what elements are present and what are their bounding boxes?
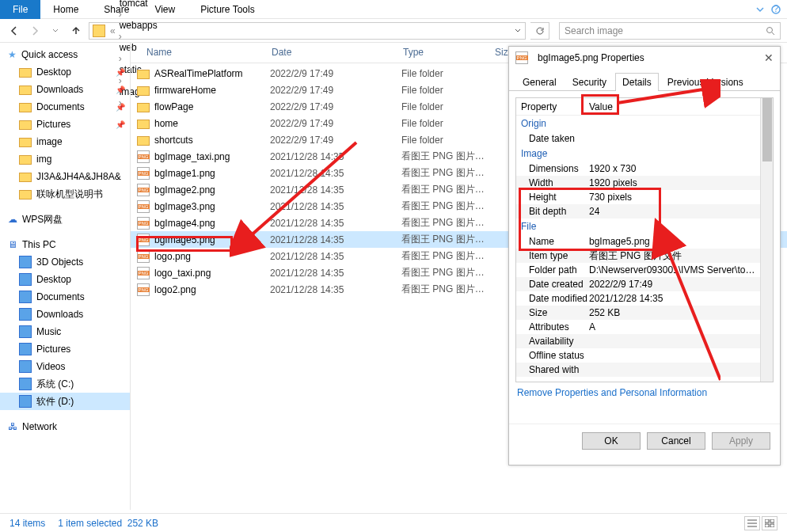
forward-button[interactable] <box>27 23 43 39</box>
chevron-right-icon: › <box>117 31 124 42</box>
sidebar-quick-access[interactable]: ★Quick access <box>0 46 130 63</box>
scroll-thumb[interactable] <box>762 98 772 162</box>
search-input[interactable]: Search image <box>559 22 781 40</box>
dialog-title: bgImage5.png Properties <box>538 52 644 63</box>
tab-security[interactable]: Security <box>565 73 614 91</box>
refresh-button[interactable] <box>530 22 549 40</box>
property-row[interactable]: Offline status <box>516 348 760 363</box>
cancel-button[interactable]: Cancel <box>647 432 705 450</box>
sidebar-item[interactable]: Pictures <box>0 340 130 358</box>
file-name: bgImage2.png <box>154 184 270 196</box>
sidebar-item[interactable]: img <box>0 150 130 168</box>
folder-icon <box>19 86 32 95</box>
property-row[interactable]: Bit depth24 <box>516 204 760 218</box>
status-selected: 1 item selected 252 KB <box>58 518 158 529</box>
property-value: 252 KB <box>589 307 620 318</box>
file-date: 2021/12/28 14:35 <box>270 151 401 162</box>
help-icon[interactable]: ? <box>771 5 781 14</box>
tab-previous-versions[interactable]: Previous Versions <box>660 73 751 91</box>
sidebar-item[interactable]: Videos <box>0 358 130 375</box>
tab-picture-tools[interactable]: Picture Tools <box>188 0 267 19</box>
apply-button[interactable]: Apply <box>712 432 770 450</box>
property-value: bgImage5.png <box>589 236 650 247</box>
col-name[interactable]: Name <box>131 43 265 63</box>
tab-general[interactable]: General <box>515 73 564 91</box>
property-row[interactable]: Item type看图王 PNG 图片文件 <box>516 249 760 263</box>
sidebar-item[interactable]: Downloads <box>0 306 130 323</box>
sidebar-item[interactable]: Desktop📌 <box>0 63 130 81</box>
tab-file[interactable]: File <box>0 0 40 19</box>
property-row[interactable]: Date modified2021/12/28 14:35 <box>516 291 760 306</box>
remove-properties-link[interactable]: Remove Properties and Personal Informati… <box>515 382 709 403</box>
property-row[interactable]: AttributesA <box>516 320 760 334</box>
property-row[interactable]: Height730 pixels <box>516 190 760 204</box>
property-row[interactable]: Shared with <box>516 363 760 377</box>
chevron-down-icon[interactable] <box>755 5 765 14</box>
file-type: 看图王 PNG 图片… <box>401 249 493 263</box>
sidebar-item[interactable]: 系统 (C:) <box>0 375 130 393</box>
property-row[interactable]: Date taken <box>516 131 760 146</box>
property-key: Size <box>516 307 589 318</box>
property-row[interactable]: Folder pathD:\Newserver093001\IVMS Serve… <box>516 263 760 277</box>
up-button[interactable] <box>68 23 84 39</box>
sidebar-item[interactable]: 3D Objects <box>0 253 130 271</box>
col-type[interactable]: Type <box>397 43 489 63</box>
address-bar[interactable]: « Newserver093001›IVMS Server›tomcat›web… <box>89 22 526 40</box>
file-date: 2021/12/28 14:35 <box>270 218 401 229</box>
file-name: logo.png <box>154 251 270 262</box>
property-row[interactable]: NamebgImage5.png <box>516 234 760 249</box>
file-name: flowPage <box>154 101 270 112</box>
file-date: 2021/12/28 14:35 <box>270 168 401 179</box>
status-count: 14 items <box>10 518 45 529</box>
sidebar-item[interactable]: 软件 (D:) <box>0 393 130 410</box>
status-bar: 14 items 1 item selected 252 KB <box>0 513 787 532</box>
svg-rect-8 <box>765 524 769 527</box>
section-image: Image <box>516 146 760 162</box>
sidebar-wps[interactable]: ☁WPS网盘 <box>0 211 130 228</box>
sidebar-item[interactable]: Documents <box>0 288 130 306</box>
properties-header: PropertyValue <box>516 98 760 116</box>
address-dropdown-icon[interactable] <box>514 27 522 35</box>
property-row[interactable]: Size252 KB <box>516 306 760 320</box>
sidebar-item[interactable]: Documents📌 <box>0 98 130 116</box>
breadcrumb-item[interactable]: webapps <box>117 20 199 31</box>
ok-button[interactable]: OK <box>582 432 641 450</box>
sidebar-this-pc[interactable]: 🖥This PC <box>0 236 130 253</box>
folder-icon <box>93 25 105 37</box>
scrollbar[interactable] <box>760 98 773 382</box>
sidebar-network[interactable]: 🖧Network <box>0 418 130 435</box>
drive-icon <box>19 308 32 321</box>
view-icons-button[interactable] <box>762 516 777 530</box>
sidebar-item[interactable]: Desktop <box>0 271 130 288</box>
sidebar-item[interactable]: image <box>0 133 130 150</box>
sidebar: ★Quick access Desktop📌Downloads📌Document… <box>0 43 131 510</box>
tab-details[interactable]: Details <box>615 73 659 91</box>
png-icon <box>137 217 150 230</box>
file-date: 2022/2/9 17:49 <box>270 135 401 146</box>
sidebar-item[interactable]: JI3A&JH4A&JH8A& <box>0 168 130 185</box>
property-value: 1920 pixels <box>589 177 637 188</box>
back-button[interactable] <box>6 23 22 39</box>
drive-icon <box>19 273 32 286</box>
property-key: Folder path <box>516 264 589 276</box>
property-row[interactable]: Width1920 pixels <box>516 176 760 190</box>
drive-icon <box>19 291 32 303</box>
close-button[interactable]: ✕ <box>764 51 774 64</box>
recent-dropdown[interactable] <box>48 23 63 39</box>
folder-icon <box>19 68 32 78</box>
sidebar-item[interactable]: 联咏机型说明书 <box>0 185 130 203</box>
file-name: logo2.png <box>154 284 270 295</box>
sidebar-item[interactable]: Music <box>0 323 130 340</box>
view-details-button[interactable] <box>744 516 760 530</box>
property-key: Date created <box>516 279 589 290</box>
property-row[interactable]: Dimensions1920 x 730 <box>516 162 760 176</box>
property-row[interactable]: Availability <box>516 334 760 348</box>
col-date[interactable]: Date <box>265 43 397 63</box>
property-row[interactable]: Date created2022/2/9 17:49 <box>516 277 760 291</box>
file-date: 2022/2/9 17:49 <box>270 85 401 96</box>
file-name: firmwareHome <box>154 85 270 96</box>
sidebar-item[interactable]: Downloads📌 <box>0 81 130 98</box>
tab-home[interactable]: Home <box>40 0 91 19</box>
breadcrumb-item[interactable]: tomcat <box>117 0 199 9</box>
sidebar-item[interactable]: Pictures📌 <box>0 116 130 133</box>
